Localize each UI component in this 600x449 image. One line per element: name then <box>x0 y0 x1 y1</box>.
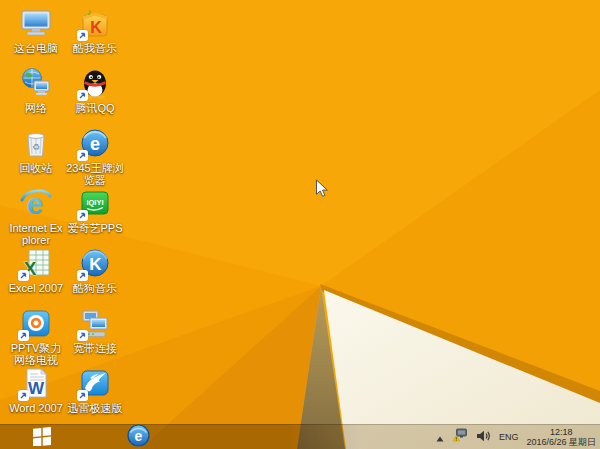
internet-explorer-icon: e <box>19 186 53 220</box>
shortcut-arrow-icon <box>77 390 88 401</box>
svg-text:♪: ♪ <box>87 7 92 17</box>
shortcut-arrow-icon <box>77 210 88 221</box>
icon-label: Excel 2007 <box>9 282 63 294</box>
svg-text:K: K <box>89 255 102 274</box>
taskbar: e ENG 12:18 2016/6/26 星期日 <box>0 424 600 449</box>
desktop-icon-broadband-connection[interactable]: 宽带连接 <box>66 306 124 366</box>
tray-clock[interactable]: 12:18 2016/6/26 星期日 <box>526 427 596 447</box>
desktop-icon-word-2007[interactable]: W Word 2007 <box>7 366 65 426</box>
shortcut-arrow-icon <box>77 330 88 341</box>
taskbar-browser-button[interactable]: e <box>122 425 154 449</box>
shortcut-arrow-icon <box>77 30 88 41</box>
icon-label: 网络 <box>25 102 47 114</box>
desktop-icon-network[interactable]: 网络 <box>7 66 65 126</box>
shortcut-arrow-icon <box>18 390 29 401</box>
icon-label: 酷我音乐 <box>73 42 117 54</box>
icon-label: 这台电脑 <box>14 42 58 54</box>
svg-text:e: e <box>90 134 100 154</box>
this-pc-icon <box>19 6 53 40</box>
svg-text:K: K <box>90 19 102 36</box>
system-tray: ENG 12:18 2016/6/26 星期日 <box>436 425 596 449</box>
shortcut-arrow-icon <box>77 270 88 281</box>
windows-desktop: 这台电脑 网络 ♻ 回收站 e Internet Explorer X <box>0 0 600 449</box>
shortcut-arrow-icon <box>77 90 88 101</box>
start-button[interactable] <box>26 425 58 449</box>
icon-label: 迅雷极速版 <box>68 402 123 414</box>
desktop-icon-excel-2007[interactable]: X Excel 2007 <box>7 246 65 306</box>
tray-time: 12:18 <box>526 427 596 437</box>
shortcut-arrow-icon <box>18 330 29 341</box>
desktop-icon-this-pc[interactable]: 这台电脑 <box>7 6 65 66</box>
icon-label: 酷狗音乐 <box>73 282 117 294</box>
shortcut-arrow-icon <box>18 270 29 281</box>
icon-label: Internet Explorer <box>7 222 65 246</box>
svg-text:W: W <box>28 379 45 398</box>
shortcut-arrow-icon <box>77 150 88 161</box>
desktop-icon-kugou-music[interactable]: K 酷狗音乐 <box>66 246 124 306</box>
icon-label: 宽带连接 <box>73 342 117 354</box>
tray-date: 2016/6/26 星期日 <box>526 437 596 447</box>
network-warning-icon[interactable] <box>452 428 468 446</box>
svg-text:♻: ♻ <box>32 142 40 152</box>
network-icon <box>19 66 53 100</box>
desktop-icon-internet-explorer[interactable]: e Internet Explorer <box>7 186 65 246</box>
show-hidden-icons-chevron[interactable] <box>436 428 444 446</box>
icon-label: PPTV聚力 网络电视 <box>7 342 65 366</box>
language-indicator[interactable]: ENG <box>499 432 519 442</box>
svg-text:e: e <box>134 428 142 444</box>
svg-text:iQIYI: iQIYI <box>86 198 103 207</box>
desktop-icon-2345-browser[interactable]: e 2345王牌浏览器 <box>66 126 124 186</box>
volume-icon[interactable] <box>476 428 491 446</box>
desktop-icon-kuwo-music[interactable]: K♪ 酷我音乐 <box>66 6 124 66</box>
icon-label: 腾讯QQ <box>75 102 114 114</box>
desktop-icon-iqiyi-pps[interactable]: iQIYI 爱奇艺PPS <box>66 186 124 246</box>
desktop-icon-column-2: K♪ 酷我音乐 腾讯QQ e 2345王牌浏览器 iQIYI 爱奇艺PPS <box>66 6 124 426</box>
icon-label: 2345王牌浏览器 <box>66 162 124 186</box>
icon-label: 爱奇艺PPS <box>67 222 122 234</box>
desktop-icon-recycle-bin[interactable]: ♻ 回收站 <box>7 126 65 186</box>
desktop-icon-column-1: 这台电脑 网络 ♻ 回收站 e Internet Explorer X <box>7 6 65 426</box>
windows-logo-icon <box>31 424 53 449</box>
icon-label: 回收站 <box>20 162 53 174</box>
desktop-icon-xunlei[interactable]: 迅雷极速版 <box>66 366 124 426</box>
icon-label: Word 2007 <box>9 402 63 414</box>
recycle-bin-icon: ♻ <box>19 126 53 160</box>
browser-e-icon: e <box>127 424 150 449</box>
desktop-icon-pptv[interactable]: PPTV聚力 网络电视 <box>7 306 65 366</box>
desktop-icon-tencent-qq[interactable]: 腾讯QQ <box>66 66 124 126</box>
